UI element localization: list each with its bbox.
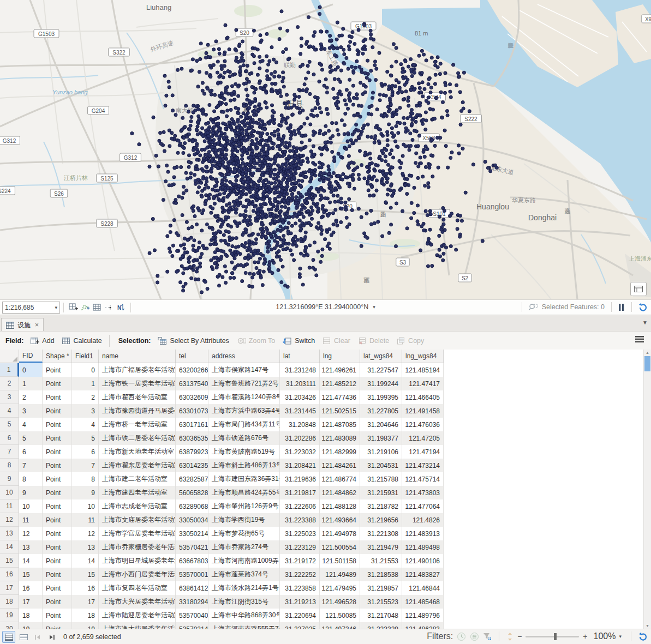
cell[interactable]: 121.482999 <box>320 445 360 459</box>
cell[interactable]: 13 <box>19 540 43 554</box>
cell[interactable]: 上海市文庙居委老年活动室 <box>99 513 176 527</box>
cell[interactable]: 33050034 <box>176 513 208 527</box>
cell[interactable]: 上海市建二老年活动室 <box>99 472 176 486</box>
cell[interactable]: 上海市顺昌路424弄55号 <box>208 486 280 499</box>
cell[interactable]: 31.21553 <box>360 554 402 568</box>
column-header-tel[interactable]: tel <box>176 350 208 363</box>
row-number[interactable]: 16 <box>0 568 19 581</box>
cell[interactable]: 121.47417 <box>402 377 444 390</box>
cell[interactable]: 上海市鲁班路721弄2号 <box>208 377 280 390</box>
cell[interactable]: Point <box>43 609 72 622</box>
cell[interactable]: 上海市瞿东居委老年活动室 <box>99 459 176 472</box>
cell[interactable]: 上海市局门路434弄11号 <box>208 418 280 431</box>
cell[interactable]: 31.227025 <box>280 622 320 629</box>
cell[interactable]: 上海市学宫居委老年活动室 <box>99 527 176 540</box>
cell[interactable]: 121.47205 <box>402 431 444 445</box>
cell[interactable]: 31.215523 <box>360 595 402 609</box>
cell[interactable]: 121.501158 <box>320 554 360 568</box>
cell[interactable]: 31.219106 <box>360 445 402 459</box>
cell[interactable]: 33180294 <box>176 595 208 609</box>
cell[interactable]: 63036535 <box>176 431 208 445</box>
cell[interactable]: 121.466405 <box>402 390 444 404</box>
grid-plus-icon[interactable] <box>67 302 79 313</box>
cell[interactable]: 31.219817 <box>280 486 320 499</box>
cell[interactable]: 121.4826 <box>402 513 444 527</box>
cell[interactable]: 上海市河南南路1009弄 <box>208 554 280 568</box>
cell[interactable]: 121.484261 <box>320 459 360 472</box>
cell[interactable]: 上海市方浜中路63弄4号 <box>208 404 280 418</box>
cell[interactable]: 121.493664 <box>320 513 360 527</box>
cell[interactable]: 上海市铁二居委老年活动室 <box>99 431 176 445</box>
cell[interactable]: 3 <box>19 404 43 418</box>
column-header-Field1[interactable]: Field1 <box>72 350 99 363</box>
cell[interactable]: 31.219857 <box>360 581 402 595</box>
cell[interactable]: 5 <box>72 431 99 445</box>
previous-record-button[interactable] <box>32 631 44 642</box>
cell[interactable]: 6 <box>19 445 43 459</box>
cell[interactable]: 19 <box>19 622 43 629</box>
cell[interactable]: 上海市建国东路36弄31号 <box>208 472 280 486</box>
cell[interactable]: 19 <box>72 622 99 629</box>
cell[interactable]: 121.47194 <box>402 445 444 459</box>
vertical-scrollbar[interactable]: ▲ ▼ <box>643 350 651 629</box>
cell[interactable]: 31.219213 <box>280 595 320 609</box>
cell[interactable]: 17 <box>19 595 43 609</box>
row-number[interactable]: 5 <box>0 418 19 431</box>
cell[interactable]: 8 <box>72 472 99 486</box>
table-view-button[interactable] <box>2 631 15 643</box>
cell[interactable]: 上海市广福居委老年活动室 <box>99 363 176 377</box>
cell[interactable]: 63301073 <box>176 404 208 418</box>
cell[interactable]: 上海市斜土路486弄13号 <box>208 459 280 472</box>
cell[interactable]: 上海市大兴居委老年活动室 <box>99 595 176 609</box>
row-number[interactable]: 17 <box>0 581 19 595</box>
column-header-lng_wgs84[interactable]: lng_wgs84 <box>402 350 444 363</box>
row-number[interactable]: 14 <box>0 540 19 554</box>
cell[interactable]: 121.49489 <box>320 568 360 581</box>
reference-point-icon[interactable] <box>103 302 115 313</box>
cell[interactable]: 31.198377 <box>360 431 402 445</box>
cell[interactable]: 12 <box>19 527 43 540</box>
cell[interactable]: 上海市黄陂南路519号 <box>208 445 280 459</box>
zoom-to-button[interactable]: Zoom To <box>233 334 279 348</box>
row-number[interactable]: 18 <box>0 595 19 609</box>
cell[interactable]: 8 <box>19 472 43 486</box>
row-number[interactable]: 11 <box>0 499 19 513</box>
cell[interactable]: 63032609 <box>176 390 208 404</box>
cell[interactable]: 上海市乔家路274号 <box>208 540 280 554</box>
cell[interactable]: 31.204646 <box>360 418 402 431</box>
cell[interactable]: 15 <box>19 568 43 581</box>
cell[interactable]: Point <box>43 363 72 377</box>
row-number[interactable]: 20 <box>0 622 19 629</box>
cell[interactable]: 56065828 <box>176 486 208 499</box>
cell[interactable]: 31.223129 <box>280 540 320 554</box>
cell[interactable]: 121.490106 <box>402 554 444 568</box>
cell[interactable]: 上海市侯家路147号 <box>208 363 280 377</box>
cell[interactable]: 11 <box>72 513 99 527</box>
cell[interactable]: 63861412 <box>176 581 208 595</box>
calculate-field-button[interactable]: Calculate <box>58 334 106 348</box>
cell[interactable]: 121.496528 <box>320 595 360 609</box>
cell[interactable]: 121.483089 <box>320 431 360 445</box>
cell[interactable]: 121.496261 <box>320 363 360 377</box>
cell[interactable]: 121.485212 <box>320 377 360 390</box>
cell[interactable]: 31.221308 <box>360 527 402 540</box>
clear-selection-button[interactable]: Clear <box>319 334 354 348</box>
cell[interactable]: 121.500554 <box>320 540 360 554</box>
cell[interactable]: 上海市明日星城居委老年活动室 <box>99 554 176 568</box>
cell[interactable]: 31.220694 <box>280 609 320 622</box>
next-record-button[interactable] <box>46 631 58 642</box>
cell[interactable]: Point <box>43 540 72 554</box>
cell[interactable]: 10 <box>19 499 43 513</box>
add-field-button[interactable]: Add <box>27 334 58 348</box>
cell[interactable]: 121.473803 <box>402 486 444 499</box>
pause-drawing-icon[interactable] <box>618 303 625 311</box>
cell[interactable]: 121.502515 <box>320 404 360 418</box>
cell[interactable]: 31.223388 <box>280 513 320 527</box>
cell[interactable]: 63137540 <box>176 377 208 390</box>
cell[interactable]: 2 <box>19 390 43 404</box>
cell[interactable]: 121.494978 <box>320 527 360 540</box>
cell[interactable]: 上海市新天地老年活动室 <box>99 445 176 459</box>
cell[interactable]: 121.485194 <box>402 363 444 377</box>
cell[interactable]: 121.485468 <box>402 595 444 609</box>
row-number[interactable]: 15 <box>0 554 19 568</box>
